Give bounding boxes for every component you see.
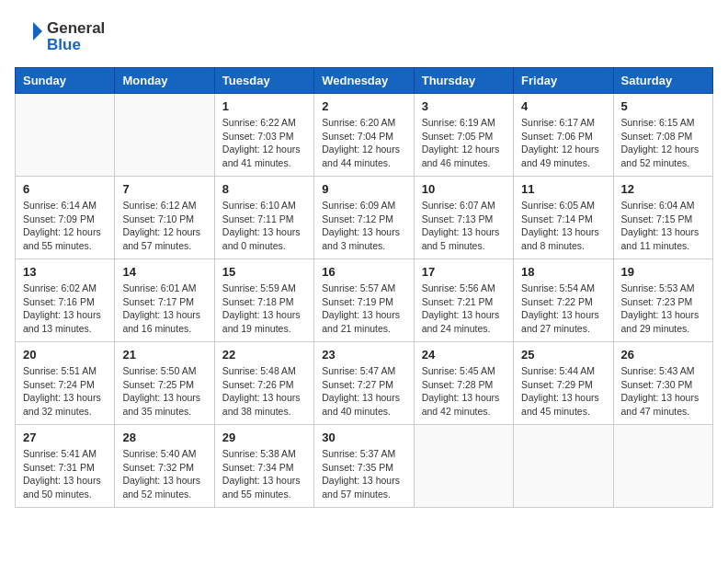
- day-number: 21: [122, 348, 206, 362]
- weekday-header-wednesday: Wednesday: [314, 68, 414, 94]
- week-row-1: 6Sunrise: 6:14 AM Sunset: 7:09 PM Daylig…: [16, 177, 713, 259]
- day-info: Sunrise: 6:10 AM Sunset: 7:11 PM Dayligh…: [222, 199, 306, 253]
- weekday-header-tuesday: Tuesday: [214, 68, 313, 94]
- day-number: 28: [122, 431, 206, 444]
- weekday-row: SundayMondayTuesdayWednesdayThursdayFrid…: [16, 68, 713, 94]
- day-info: Sunrise: 6:22 AM Sunset: 7:03 PM Dayligh…: [222, 116, 306, 170]
- day-number: 16: [322, 265, 405, 279]
- day-info: Sunrise: 6:07 AM Sunset: 7:13 PM Dayligh…: [422, 199, 506, 253]
- calendar-cell: 25Sunrise: 5:44 AM Sunset: 7:29 PM Dayli…: [514, 342, 613, 425]
- calendar-cell: 4Sunrise: 6:17 AM Sunset: 7:06 PM Daylig…: [514, 94, 613, 177]
- day-number: 2: [322, 99, 405, 113]
- day-info: Sunrise: 5:41 AM Sunset: 7:31 PM Dayligh…: [23, 447, 107, 501]
- week-row-0: 1Sunrise: 6:22 AM Sunset: 7:03 PM Daylig…: [16, 94, 713, 177]
- day-number: 9: [322, 182, 405, 196]
- day-number: 14: [122, 265, 206, 279]
- day-info: Sunrise: 6:14 AM Sunset: 7:09 PM Dayligh…: [23, 199, 107, 253]
- day-info: Sunrise: 6:19 AM Sunset: 7:05 PM Dayligh…: [422, 116, 506, 170]
- day-info: Sunrise: 5:38 AM Sunset: 7:34 PM Dayligh…: [222, 447, 306, 501]
- day-info: Sunrise: 5:48 AM Sunset: 7:26 PM Dayligh…: [222, 364, 306, 419]
- calendar-cell: 13Sunrise: 6:02 AM Sunset: 7:16 PM Dayli…: [16, 259, 115, 342]
- day-number: 19: [621, 265, 705, 279]
- day-number: 20: [23, 348, 107, 362]
- day-number: 7: [122, 182, 206, 196]
- day-number: 29: [222, 431, 306, 444]
- calendar-cell: 14Sunrise: 6:01 AM Sunset: 7:17 PM Dayli…: [115, 259, 214, 342]
- day-number: 4: [521, 99, 605, 113]
- weekday-header-sunday: Sunday: [16, 68, 115, 94]
- calendar-cell: 10Sunrise: 6:07 AM Sunset: 7:13 PM Dayli…: [414, 177, 513, 259]
- day-info: Sunrise: 5:37 AM Sunset: 7:35 PM Dayligh…: [322, 447, 405, 501]
- calendar-cell: 19Sunrise: 5:53 AM Sunset: 7:23 PM Dayli…: [613, 259, 712, 342]
- day-info: Sunrise: 6:04 AM Sunset: 7:15 PM Dayligh…: [621, 199, 705, 253]
- calendar-cell: [115, 94, 214, 177]
- day-info: Sunrise: 5:51 AM Sunset: 7:24 PM Dayligh…: [23, 364, 107, 419]
- svg-marker-0: [33, 22, 42, 40]
- calendar-body: 1Sunrise: 6:22 AM Sunset: 7:03 PM Daylig…: [16, 94, 713, 508]
- calendar-cell: [16, 94, 115, 177]
- day-number: 30: [322, 431, 405, 444]
- day-info: Sunrise: 5:47 AM Sunset: 7:27 PM Dayligh…: [322, 364, 405, 419]
- day-info: Sunrise: 5:45 AM Sunset: 7:28 PM Dayligh…: [422, 364, 506, 419]
- day-number: 26: [621, 348, 705, 362]
- day-number: 6: [23, 182, 107, 196]
- calendar-cell: 29Sunrise: 5:38 AM Sunset: 7:34 PM Dayli…: [214, 425, 313, 508]
- weekday-header-thursday: Thursday: [414, 68, 513, 94]
- day-number: 23: [322, 348, 405, 362]
- day-info: Sunrise: 5:57 AM Sunset: 7:19 PM Dayligh…: [322, 282, 405, 336]
- day-number: 13: [23, 265, 107, 279]
- day-number: 1: [222, 99, 306, 113]
- day-info: Sunrise: 6:02 AM Sunset: 7:16 PM Dayligh…: [23, 282, 107, 336]
- calendar-table: SundayMondayTuesdayWednesdayThursdayFrid…: [15, 67, 713, 508]
- calendar-cell: 26Sunrise: 5:43 AM Sunset: 7:30 PM Dayli…: [613, 342, 712, 425]
- day-info: Sunrise: 6:17 AM Sunset: 7:06 PM Dayligh…: [521, 116, 605, 170]
- logo-svg: GeneralBlue: [15, 15, 116, 56]
- calendar-cell: 1Sunrise: 6:22 AM Sunset: 7:03 PM Daylig…: [214, 94, 313, 177]
- day-number: 17: [422, 265, 506, 279]
- day-info: Sunrise: 5:43 AM Sunset: 7:30 PM Dayligh…: [621, 364, 705, 419]
- day-info: Sunrise: 5:50 AM Sunset: 7:25 PM Dayligh…: [122, 364, 206, 419]
- day-number: 12: [621, 182, 705, 196]
- calendar-cell: [514, 425, 613, 508]
- calendar-cell: 9Sunrise: 6:09 AM Sunset: 7:12 PM Daylig…: [314, 177, 414, 259]
- day-number: 18: [521, 265, 605, 279]
- day-info: Sunrise: 6:20 AM Sunset: 7:04 PM Dayligh…: [322, 116, 405, 170]
- day-number: 5: [621, 99, 705, 113]
- day-number: 8: [222, 182, 306, 196]
- svg-text:Blue: Blue: [47, 36, 81, 53]
- day-info: Sunrise: 6:12 AM Sunset: 7:10 PM Dayligh…: [122, 199, 206, 253]
- day-info: Sunrise: 5:40 AM Sunset: 7:32 PM Dayligh…: [122, 447, 206, 501]
- day-info: Sunrise: 6:15 AM Sunset: 7:08 PM Dayligh…: [621, 116, 705, 170]
- calendar-cell: 12Sunrise: 6:04 AM Sunset: 7:15 PM Dayli…: [613, 177, 712, 259]
- calendar-cell: 7Sunrise: 6:12 AM Sunset: 7:10 PM Daylig…: [115, 177, 214, 259]
- calendar-cell: 23Sunrise: 5:47 AM Sunset: 7:27 PM Dayli…: [314, 342, 414, 425]
- calendar-cell: 20Sunrise: 5:51 AM Sunset: 7:24 PM Dayli…: [16, 342, 115, 425]
- week-row-4: 27Sunrise: 5:41 AM Sunset: 7:31 PM Dayli…: [16, 425, 713, 508]
- calendar-cell: 30Sunrise: 5:37 AM Sunset: 7:35 PM Dayli…: [314, 425, 414, 508]
- day-number: 15: [222, 265, 306, 279]
- calendar-cell: 22Sunrise: 5:48 AM Sunset: 7:26 PM Dayli…: [214, 342, 313, 425]
- calendar-header: SundayMondayTuesdayWednesdayThursdayFrid…: [16, 68, 713, 94]
- weekday-header-monday: Monday: [115, 68, 214, 94]
- page-header: GeneralBlue: [15, 15, 713, 56]
- calendar-cell: 16Sunrise: 5:57 AM Sunset: 7:19 PM Dayli…: [314, 259, 414, 342]
- day-number: 25: [521, 348, 605, 362]
- day-info: Sunrise: 6:09 AM Sunset: 7:12 PM Dayligh…: [322, 199, 405, 253]
- day-number: 27: [23, 431, 107, 444]
- calendar-cell: 11Sunrise: 6:05 AM Sunset: 7:14 PM Dayli…: [514, 177, 613, 259]
- day-number: 3: [422, 99, 506, 113]
- day-info: Sunrise: 5:53 AM Sunset: 7:23 PM Dayligh…: [621, 282, 705, 336]
- week-row-3: 20Sunrise: 5:51 AM Sunset: 7:24 PM Dayli…: [16, 342, 713, 425]
- calendar-cell: 2Sunrise: 6:20 AM Sunset: 7:04 PM Daylig…: [314, 94, 414, 177]
- weekday-header-friday: Friday: [514, 68, 613, 94]
- weekday-header-saturday: Saturday: [613, 68, 712, 94]
- week-row-2: 13Sunrise: 6:02 AM Sunset: 7:16 PM Dayli…: [16, 259, 713, 342]
- day-info: Sunrise: 5:44 AM Sunset: 7:29 PM Dayligh…: [521, 364, 605, 419]
- day-number: 10: [422, 182, 506, 196]
- calendar-cell: 8Sunrise: 6:10 AM Sunset: 7:11 PM Daylig…: [214, 177, 313, 259]
- day-info: Sunrise: 6:01 AM Sunset: 7:17 PM Dayligh…: [122, 282, 206, 336]
- calendar-cell: 3Sunrise: 6:19 AM Sunset: 7:05 PM Daylig…: [414, 94, 513, 177]
- calendar-cell: 21Sunrise: 5:50 AM Sunset: 7:25 PM Dayli…: [115, 342, 214, 425]
- day-info: Sunrise: 5:59 AM Sunset: 7:18 PM Dayligh…: [222, 282, 306, 336]
- day-info: Sunrise: 6:05 AM Sunset: 7:14 PM Dayligh…: [521, 199, 605, 253]
